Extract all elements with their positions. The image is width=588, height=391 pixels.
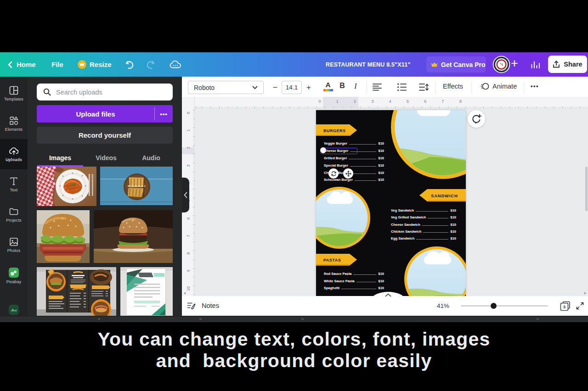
svg-text:BURGERS: BURGERS — [323, 128, 346, 133]
svg-text:SANDWICH: SANDWICH — [431, 193, 458, 198]
svg-text:PASTAS: PASTAS — [323, 258, 341, 263]
svg-text:3: 3 — [563, 304, 565, 309]
